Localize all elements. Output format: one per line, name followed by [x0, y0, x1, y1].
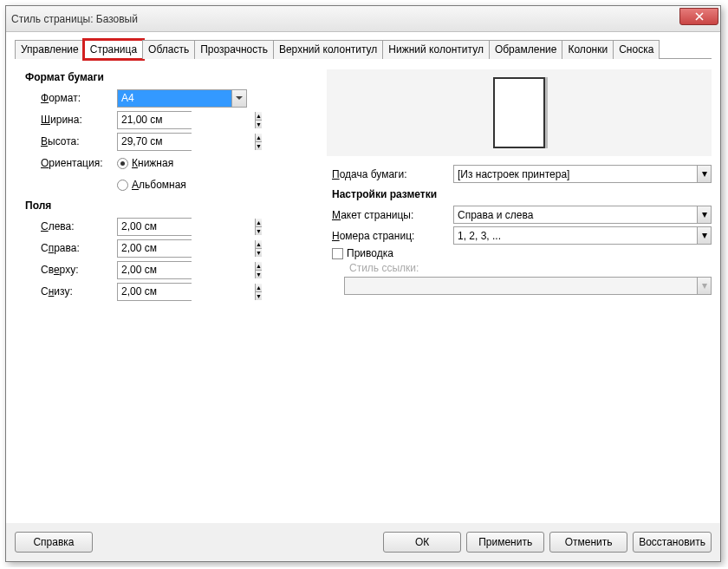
cancel-button[interactable]: Отменить	[549, 532, 627, 553]
top-margin-input[interactable]	[118, 262, 255, 278]
layout-heading: Настройки разметки	[332, 188, 712, 200]
page-numbers-value: 1, 2, 3, ...	[458, 230, 501, 242]
titlebar: Стиль страницы: Базовый	[6, 6, 720, 32]
width-label: Ширина:	[41, 114, 117, 126]
register-checkbox[interactable]	[332, 248, 343, 259]
ok-button[interactable]: ОК	[383, 532, 461, 553]
spinner-buttons[interactable]: ▲▼	[255, 134, 262, 150]
close-icon	[695, 12, 704, 21]
window-title: Стиль страницы: Базовый	[11, 13, 138, 25]
right-margin-spinner[interactable]: ▲▼	[117, 239, 192, 258]
width-spinner[interactable]: ▲▼	[117, 111, 192, 129]
right-margin-label: Справа:	[41, 242, 117, 254]
tab-footer[interactable]: Нижний колонтитул	[382, 40, 490, 59]
spinner-buttons[interactable]: ▲▼	[255, 262, 262, 278]
chevron-down-icon: ▾	[697, 278, 711, 294]
bottom-margin-label: Снизу:	[41, 285, 117, 298]
top-margin-label: Сверху:	[41, 264, 117, 276]
tab-borders[interactable]: Обрамление	[489, 40, 562, 59]
paper-tray-value: [Из настроек принтера]	[458, 168, 569, 180]
tab-transparency[interactable]: Прозрачность	[194, 40, 274, 59]
dialog-content: Управление Страница Область Прозрачность…	[6, 32, 720, 523]
page-numbers-select[interactable]: 1, 2, 3, ... ▾	[453, 226, 712, 245]
right-column: Подача бумаги: [Из настроек принтера] ▾ …	[327, 66, 712, 304]
height-spinner[interactable]: ▲▼	[117, 133, 192, 151]
paper-tray-select[interactable]: [Из настроек принтера] ▾	[453, 165, 712, 183]
left-margin-label: Слева:	[41, 220, 117, 232]
page-layout-select[interactable]: Справа и слева ▾	[453, 206, 712, 224]
spinner-buttons[interactable]: ▲▼	[255, 219, 262, 235]
chevron-down-icon	[231, 90, 246, 107]
main-columns: Формат бумаги Формат: A4 Ширина: ▲▼	[15, 66, 712, 304]
paper-tray-label: Подача бумаги:	[332, 168, 453, 180]
register-label: Приводка	[347, 247, 393, 259]
spinner-buttons[interactable]: ▲▼	[255, 240, 262, 257]
tab-bar: Управление Страница Область Прозрачность…	[15, 39, 712, 59]
button-bar: Справка ОК Применить Отменить Восстанови…	[6, 523, 720, 561]
ref-style-label: Стиль ссылки:	[349, 262, 453, 274]
ref-style-select: ▾	[344, 277, 712, 295]
tab-management[interactable]: Управление	[15, 40, 85, 59]
left-margin-spinner[interactable]: ▲▼	[117, 218, 192, 236]
width-input[interactable]	[118, 112, 255, 128]
page-layout-label: Макет страницы:	[332, 209, 453, 221]
page-preview-icon	[493, 77, 545, 148]
height-label: Высота:	[41, 135, 117, 147]
tab-page[interactable]: Страница	[84, 40, 143, 59]
page-numbers-label: Номера страниц:	[332, 230, 453, 242]
help-button[interactable]: Справка	[15, 532, 93, 553]
tab-header[interactable]: Верхний колонтитул	[273, 40, 383, 59]
height-input[interactable]	[118, 134, 255, 150]
format-dropdown[interactable]: A4	[117, 89, 247, 108]
margins-heading: Поля	[25, 199, 309, 212]
left-column: Формат бумаги Формат: A4 Ширина: ▲▼	[15, 66, 309, 304]
chevron-down-icon: ▾	[697, 166, 711, 182]
format-label: Формат:	[41, 92, 117, 104]
orientation-label: Ориентация:	[41, 157, 117, 169]
format-value: A4	[118, 90, 231, 107]
page-preview-area	[327, 69, 712, 156]
portrait-radio[interactable]	[117, 158, 128, 169]
reset-button[interactable]: Восстановить	[633, 532, 712, 553]
dialog-window: Стиль страницы: Базовый Управление Стран…	[5, 5, 721, 562]
paper-format-heading: Формат бумаги	[25, 71, 309, 83]
chevron-down-icon: ▾	[697, 227, 711, 244]
landscape-radio[interactable]	[117, 180, 128, 191]
tab-area[interactable]: Область	[142, 40, 195, 59]
bottom-margin-spinner[interactable]: ▲▼	[117, 283, 192, 301]
close-button[interactable]	[679, 8, 718, 25]
top-margin-spinner[interactable]: ▲▼	[117, 261, 192, 279]
chevron-down-icon: ▾	[697, 206, 711, 223]
tab-footnote[interactable]: Сноска	[613, 40, 660, 59]
page-layout-value: Справа и слева	[458, 209, 533, 221]
landscape-label: Альбомная	[132, 179, 186, 191]
tab-columns[interactable]: Колонки	[562, 40, 614, 59]
spinner-buttons[interactable]: ▲▼	[255, 284, 262, 300]
left-margin-input[interactable]	[118, 219, 255, 235]
right-margin-input[interactable]	[118, 240, 255, 257]
portrait-label: Книжная	[132, 157, 173, 169]
apply-button[interactable]: Применить	[466, 532, 544, 553]
spinner-buttons[interactable]: ▲▼	[255, 112, 262, 128]
bottom-margin-input[interactable]	[118, 284, 255, 300]
